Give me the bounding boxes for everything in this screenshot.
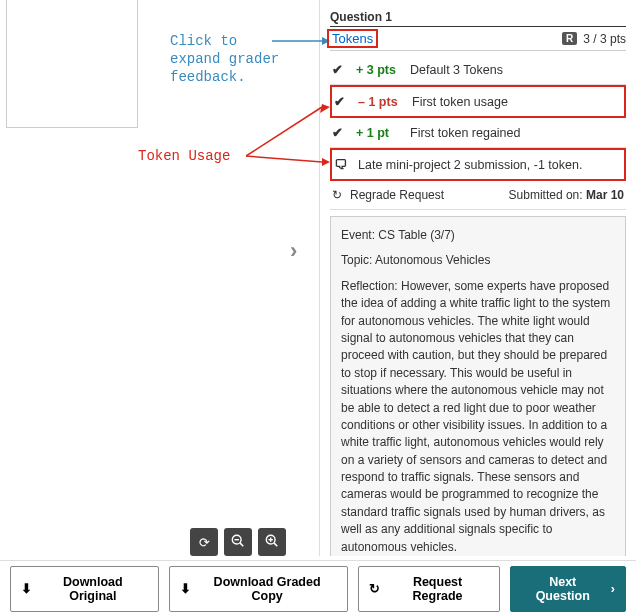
rubric-points: + 3 pts — [356, 63, 400, 77]
check-icon: 🗨 — [334, 157, 348, 172]
viewer-toolbar: ⟳ — [190, 528, 286, 556]
rubric-label: First token regained — [410, 126, 520, 140]
svg-line-4 — [274, 542, 277, 545]
reflection-box: Event: CS Table (3/7) Topic: Autonomous … — [330, 216, 626, 556]
refresh-icon: ↻ — [369, 581, 380, 596]
next-question-button[interactable]: Next Question› — [510, 566, 626, 612]
download-icon: ⬇ — [180, 581, 191, 596]
rubric-label: Default 3 Tokens — [410, 63, 503, 77]
footer-bar: ⬇Download Original ⬇Download Graded Copy… — [0, 560, 636, 616]
regrade-request-row[interactable]: ↻ Regrade Request Submitted on: Mar 10 — [330, 181, 626, 210]
rubric-item[interactable]: ✔+ 1 ptFirst token regained — [330, 118, 626, 148]
rubric-item[interactable]: ✔+ 3 ptsDefault 3 Tokens — [330, 55, 626, 85]
rubric-label: First token usage — [412, 95, 508, 109]
rubric-item[interactable]: ✔– 1 ptsFirst token usage — [330, 85, 626, 118]
rubric-item[interactable]: 🗨Late mini-project 2 submission, -1 toke… — [330, 148, 626, 181]
rubric-points: + 1 pt — [356, 126, 400, 140]
download-icon: ⬇ — [21, 581, 32, 596]
svg-line-1 — [240, 542, 243, 545]
tokens-row: Tokens R 3 / 3 pts — [330, 27, 626, 51]
zoom-out-icon — [231, 534, 245, 551]
reflection-event: Event: CS Table (3/7) — [341, 227, 615, 244]
zoom-out-button[interactable] — [224, 528, 252, 556]
rubric-list: ✔+ 3 ptsDefault 3 Tokens✔– 1 ptsFirst to… — [330, 55, 626, 181]
chevron-right-icon: › — [611, 582, 615, 596]
regrade-badge: R — [562, 32, 577, 45]
download-graded-button[interactable]: ⬇Download Graded Copy — [169, 566, 349, 612]
request-regrade-button[interactable]: ↻Request Regrade — [358, 566, 499, 612]
refresh-icon: ↻ — [332, 188, 342, 202]
reflection-body: Reflection: However, some experts have p… — [341, 278, 615, 556]
document-viewer: › ⟳ — [0, 0, 320, 556]
check-icon: ✔ — [332, 125, 346, 140]
points-display: 3 / 3 pts — [583, 32, 626, 46]
download-original-button[interactable]: ⬇Download Original — [10, 566, 159, 612]
tokens-link[interactable]: Tokens — [330, 31, 378, 46]
zoom-in-icon — [265, 534, 279, 551]
rotate-icon: ⟳ — [199, 535, 210, 550]
question-header: Question 1 — [330, 4, 626, 27]
comment-icon: 🗨 — [334, 157, 347, 172]
submitted-label: Submitted on: — [509, 188, 583, 202]
submitted-date: Mar 10 — [586, 188, 624, 202]
check-icon: ✔ — [334, 94, 348, 109]
reflection-topic: Topic: Autonomous Vehicles — [341, 252, 615, 269]
chevron-right-icon[interactable]: › — [290, 238, 297, 264]
rubric-points: – 1 pts — [358, 95, 402, 109]
regrade-label: Regrade Request — [350, 188, 444, 202]
document-thumbnail[interactable] — [6, 0, 138, 128]
zoom-in-button[interactable] — [258, 528, 286, 556]
check-icon: ✔ — [332, 62, 346, 77]
grading-panel: Question 1 Tokens R 3 / 3 pts ✔+ 3 ptsDe… — [320, 0, 636, 556]
rubric-label: Late mini-project 2 submission, -1 token… — [358, 158, 582, 172]
rotate-button[interactable]: ⟳ — [190, 528, 218, 556]
